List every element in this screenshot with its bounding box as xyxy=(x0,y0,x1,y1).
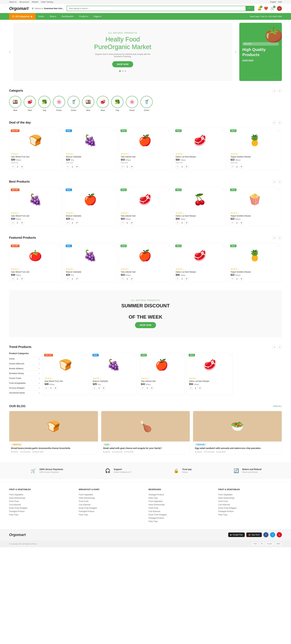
qty-plus-3[interactable]: + xyxy=(185,221,188,224)
all-categories-btn[interactable]: ☰ All Categories ▶ xyxy=(9,13,36,20)
footer-link-0-1[interactable]: Herbs &Seasonings xyxy=(9,496,73,500)
product-wishlist-0[interactable]: ♡ xyxy=(58,188,60,192)
trend-cat-item-6[interactable]: Grocery &Staples› xyxy=(9,386,40,390)
category-item-7[interactable]: 🥦 Vegi xyxy=(111,96,123,111)
footer-link-3-3[interactable]: Cuts &Sprouts xyxy=(218,503,282,506)
trend-next-btn[interactable]: › xyxy=(278,345,282,349)
product-wishlist-3[interactable]: ♡ xyxy=(229,354,231,357)
qty-minus-3[interactable]: − xyxy=(176,221,179,224)
hero-side-cta[interactable]: SHOP NOW xyxy=(242,59,279,62)
footer-link-3-6[interactable]: Party Trays xyxy=(218,513,282,516)
footer-link-0-4[interactable]: Exotic Fruits &Veggies xyxy=(9,506,73,510)
qty-plus-2[interactable]: + xyxy=(130,277,134,280)
product-wishlist-0[interactable]: ♡ xyxy=(58,244,60,248)
footer-link-1-3[interactable]: Cuts &Sprouts xyxy=(79,503,143,506)
qty-plus-1[interactable]: + xyxy=(75,165,79,168)
qty-minus-4[interactable]: − xyxy=(230,221,234,224)
footer-link-2-5[interactable]: Cuts &Sprouts xyxy=(149,510,212,513)
footer-link-0-2[interactable]: Fresh Fruits xyxy=(9,500,73,503)
footer-link-1-4[interactable]: Exotic Fruits &Veggies xyxy=(79,506,143,510)
footer-link-2-1[interactable]: Party Trays xyxy=(149,496,212,500)
footer-link-2-3[interactable]: Herbs &Seasonings xyxy=(149,503,212,506)
trend-cat-item-5[interactable]: Fruits &Vegetables› xyxy=(9,381,40,386)
google-play-btn[interactable]: ▶ Google Play xyxy=(228,532,245,537)
footer-link-0-5[interactable]: Packaged Produce xyxy=(9,510,73,513)
category-item-6[interactable]: 🥩 Meat xyxy=(97,96,109,111)
qty-minus-0[interactable]: − xyxy=(11,165,15,168)
qty-plus-2[interactable]: + xyxy=(130,165,134,168)
qty-plus-0[interactable]: + xyxy=(20,221,24,224)
qty-minus-0[interactable]: − xyxy=(11,277,15,280)
qty-plus-3[interactable]: + xyxy=(185,277,188,280)
nav-home[interactable]: Home xyxy=(36,13,47,20)
qty-minus-1[interactable]: − xyxy=(93,386,96,390)
category-item-8[interactable]: 🌸 Flower xyxy=(126,96,138,111)
trend-cat-item-2[interactable]: Breads &Bakery› xyxy=(9,366,40,371)
nav-product[interactable]: Product ▾ xyxy=(76,13,91,20)
qty-plus-0[interactable]: + xyxy=(20,277,24,280)
qty-minus-1[interactable]: − xyxy=(66,221,70,224)
hero-cta-btn[interactable]: SHOP NOW xyxy=(112,61,133,67)
product-wishlist-1[interactable]: ♡ xyxy=(133,354,135,357)
search-input[interactable] xyxy=(67,6,245,11)
footer-link-3-0[interactable]: Fresh Vegetables xyxy=(218,493,282,496)
qty-plus-0[interactable]: + xyxy=(20,165,24,168)
qty-minus-1[interactable]: − xyxy=(66,277,70,280)
hero-prev-btn[interactable]: ‹ xyxy=(9,50,10,54)
hero-dot-2[interactable] xyxy=(122,70,123,72)
trend-cat-item-4[interactable]: Frozen Foods› xyxy=(9,376,40,381)
about-link[interactable]: About Us xyxy=(9,1,17,3)
facebook-btn[interactable]: f xyxy=(263,532,268,537)
product-wishlist-3[interactable]: ♡ xyxy=(222,130,224,132)
order-tracking-link[interactable]: Order Tracking xyxy=(41,1,53,3)
footer-link-2-6[interactable]: Exotic Fruits &Veggies xyxy=(149,513,212,516)
product-wishlist-4[interactable]: ♡ xyxy=(277,244,279,248)
category-item-3[interactable]: 🌸 Flower xyxy=(53,96,65,111)
nav-pages[interactable]: Pages ▾ xyxy=(91,13,104,20)
product-wishlist-4[interactable]: ♡ xyxy=(277,188,279,192)
wishlist-icon[interactable]: ❤️ xyxy=(264,6,268,10)
footer-link-2-4[interactable]: Fresh Fruits xyxy=(149,506,212,510)
trend-cat-item-7[interactable]: Household Needs› xyxy=(9,390,40,395)
category-item-9[interactable]: 🥤 Drinks xyxy=(140,96,153,111)
footer-link-3-1[interactable]: Herbs &Seasonings xyxy=(218,496,282,500)
footer-link-2-8[interactable]: Party Trays xyxy=(149,520,212,523)
currency-selector[interactable]: USD xyxy=(278,1,282,3)
hero-next-btn[interactable]: › xyxy=(235,50,236,54)
cart-icon[interactable]: 🛒 3 xyxy=(270,6,274,10)
best-next-btn[interactable]: › xyxy=(278,180,282,184)
footer-link-3-4[interactable]: Exotic Fruits &Veggies xyxy=(218,506,282,510)
qty-minus-2[interactable]: − xyxy=(141,386,145,390)
qty-plus-4[interactable]: + xyxy=(240,221,243,224)
trend-cat-item-1[interactable]: Snacks &Biscuits› xyxy=(9,361,40,366)
qty-plus-1[interactable]: + xyxy=(102,386,106,390)
featured-next-btn[interactable]: › xyxy=(278,236,282,240)
qty-minus-4[interactable]: − xyxy=(230,277,234,280)
qty-minus-3[interactable]: − xyxy=(189,386,193,390)
qty-plus-4[interactable]: + xyxy=(240,165,243,168)
user-avatar[interactable]: U xyxy=(277,6,282,11)
nav-shop[interactable]: Shop ▾ xyxy=(47,13,59,20)
product-wishlist-0[interactable]: ♡ xyxy=(85,354,87,357)
footer-link-0-6[interactable]: Party Trays xyxy=(9,513,73,516)
summer-cta-btn[interactable]: SHOP NOW xyxy=(135,322,156,328)
categories-prev-btn[interactable]: ‹ xyxy=(272,88,276,93)
category-item-5[interactable]: 🍱 Meal xyxy=(82,96,94,111)
qty-minus-2[interactable]: − xyxy=(121,277,125,280)
qty-minus-3[interactable]: − xyxy=(176,165,179,168)
product-wishlist-2[interactable]: ♡ xyxy=(167,244,170,248)
footer-link-3-5[interactable]: Packaged Produce xyxy=(218,510,282,513)
footer-link-2-2[interactable]: Fresh Vegetables xyxy=(149,500,212,503)
qty-plus-4[interactable]: + xyxy=(240,277,243,280)
qty-plus-3[interactable]: + xyxy=(198,386,202,390)
product-wishlist-1[interactable]: ♡ xyxy=(113,130,115,132)
footer-link-1-2[interactable]: Fresh Fruits xyxy=(79,500,143,503)
twitter-btn[interactable]: t xyxy=(270,532,275,537)
product-wishlist-3[interactable]: ♡ xyxy=(222,244,224,248)
product-wishlist-2[interactable]: ♡ xyxy=(167,130,170,132)
qty-minus-0[interactable]: − xyxy=(45,386,48,390)
footer-link-0-3[interactable]: Cuts &Sprouts xyxy=(9,503,73,506)
qty-plus-0[interactable]: + xyxy=(54,386,57,390)
qty-plus-2[interactable]: + xyxy=(130,221,134,224)
hero-dot-3[interactable] xyxy=(125,70,126,72)
